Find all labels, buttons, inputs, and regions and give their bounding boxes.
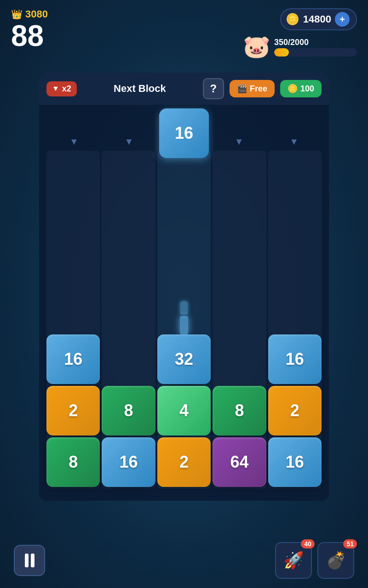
block-3-2: 16: [102, 437, 155, 487]
grid-row-2: 2 8 4 8 2: [46, 386, 322, 435]
add-coins-button[interactable]: +: [335, 12, 350, 27]
block-2-3-value: 4: [179, 401, 189, 420]
block-2-1-value: 2: [69, 401, 78, 420]
pause-bar-right: [31, 554, 34, 567]
top-bar: 👑 3080 88 🪙 14800 + 🐷 350/2000: [0, 0, 368, 64]
game-container: ▼ x2 Next Block ? 🎬 Free 🪙 100 ▼ ▼ ▼ ▼ ▼…: [39, 73, 329, 501]
block-1-3-value: 32: [175, 350, 193, 369]
progress-label: 350/2000: [274, 38, 357, 47]
pause-icon: [25, 554, 34, 567]
clapper-icon: 🎬: [237, 84, 247, 94]
block-3-2-value: 16: [120, 452, 138, 472]
piggy-bar: 🐷 350/2000: [243, 34, 357, 60]
preview-trail-2: [180, 301, 188, 314]
block-3-4-value: 64: [230, 452, 248, 472]
block-1-5: 16: [268, 334, 322, 384]
high-score: 👑 3080: [11, 8, 48, 20]
x2-label: x2: [62, 84, 71, 94]
block-1-3: 32: [157, 334, 211, 384]
block-1-1: 16: [46, 334, 100, 384]
progress-bar-background: [274, 48, 357, 57]
powerups-section: 🚀 40 💣 51: [275, 542, 354, 579]
block-2-4: 8: [213, 386, 266, 435]
coin-icon: 🪙: [286, 13, 299, 26]
block-3-3-value: 2: [179, 452, 189, 472]
grid-rows: 16 32 16 2 8 4 8 2 8 16 2 64 16: [46, 151, 322, 487]
block-3-1: 8: [46, 437, 100, 487]
question-button[interactable]: ?: [203, 78, 224, 99]
free-button[interactable]: 🎬 Free: [230, 80, 275, 97]
bomb-icon: 💣: [326, 551, 346, 570]
coins-bar: 🪙 14800 +: [280, 8, 357, 30]
high-score-value: 3080: [25, 8, 48, 20]
free-label: Free: [250, 84, 267, 94]
coins-amount: 14800: [303, 13, 331, 25]
progress-bar-fill: [274, 48, 289, 57]
block-1-1-value: 16: [64, 350, 82, 369]
block-3-3: 2: [157, 437, 211, 487]
block-3-1-value: 8: [69, 452, 78, 472]
drop-arrow-4[interactable]: ▼: [235, 136, 244, 147]
block-2-4-value: 8: [235, 401, 244, 420]
block-1-4: [213, 334, 266, 384]
bottom-bar: 🚀 40 💣 51: [0, 542, 368, 579]
empty-space: [46, 151, 322, 334]
rocket-icon: 🚀: [283, 551, 304, 570]
falling-preview: [180, 301, 188, 334]
block-3-5-value: 16: [286, 452, 304, 472]
grid-row-3: 8 16 2 64 16: [46, 437, 322, 487]
block-1-2: [102, 334, 155, 384]
block-2-1: 2: [46, 386, 100, 435]
preview-trail-1: [180, 316, 188, 334]
block-3-5: 16: [268, 437, 322, 487]
drop-arrow-5[interactable]: ▼: [289, 136, 299, 147]
bomb-powerup-button[interactable]: 💣 51: [317, 542, 354, 579]
grid-row-1: 16 32 16: [46, 334, 322, 384]
crown-icon: 👑: [11, 9, 23, 20]
block-2-3: 4: [157, 386, 211, 435]
pause-bar-left: [25, 554, 29, 567]
rocket-powerup-button[interactable]: 🚀 40: [275, 542, 312, 579]
coins-btn-label: 100: [300, 84, 314, 94]
bomb-count-badge: 51: [343, 539, 357, 548]
block-2-2-value: 8: [124, 401, 133, 420]
x2-arrow-icon: ▼: [52, 85, 59, 93]
grid-area: 16 32 16 2 8 4 8 2 8 16 2 64 16: [39, 151, 329, 493]
pause-button[interactable]: [14, 545, 45, 576]
drop-arrow-2[interactable]: ▼: [124, 136, 133, 147]
coins-buy-button[interactable]: 🪙 100: [280, 80, 322, 97]
falling-block: 16: [159, 108, 209, 158]
coins-btn-icon: 🪙: [288, 84, 298, 94]
drop-zone: ▼ ▼ ▼ ▼ ▼ 16: [39, 105, 329, 151]
current-score: 88: [11, 21, 48, 51]
block-2-5-value: 2: [290, 401, 299, 420]
controls-bar: ▼ x2 Next Block ? 🎬 Free 🪙 100: [39, 73, 329, 105]
block-3-4: 64: [213, 437, 266, 487]
block-1-5-value: 16: [286, 350, 304, 369]
piggy-icon: 🐷: [243, 34, 270, 60]
next-block-label: Next Block: [82, 83, 197, 95]
rocket-count-badge: 40: [301, 539, 315, 548]
score-section: 👑 3080 88: [11, 8, 48, 51]
block-2-2: 8: [102, 386, 155, 435]
progress-container: 350/2000: [274, 38, 357, 57]
drop-arrow-1[interactable]: ▼: [69, 136, 79, 147]
x2-badge: ▼ x2: [46, 81, 77, 96]
block-2-5: 2: [268, 386, 322, 435]
falling-block-value: 16: [175, 124, 193, 143]
right-top-section: 🪙 14800 + 🐷 350/2000: [243, 8, 357, 60]
